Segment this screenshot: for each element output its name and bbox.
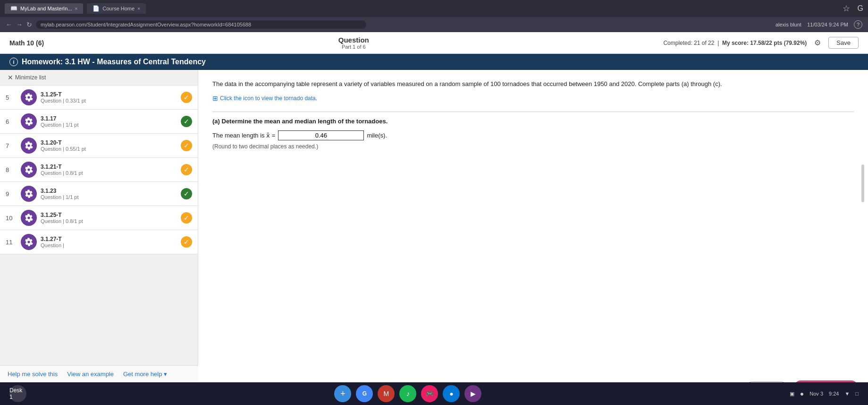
part-a-label: (a) Determine the mean and median length… xyxy=(212,118,854,125)
taskbar-app-game[interactable]: 🎮 xyxy=(421,385,438,402)
q-status-7: ✓ xyxy=(181,140,192,151)
sidebar-item-7[interactable]: 7 3.1.20-T Question | 0.55/1 pt ✓ xyxy=(0,134,198,158)
bookmark-icon[interactable]: ☆ xyxy=(843,3,850,14)
view-example-button[interactable]: View an example xyxy=(67,371,114,378)
content-panel: The data in the accompanying table repre… xyxy=(198,70,868,405)
hw-title: Homework: 3.1 HW - Measures of Central T… xyxy=(22,58,206,66)
tab-course-close[interactable]: × xyxy=(137,6,140,11)
minimize-icon: ✕ xyxy=(8,74,13,81)
sidebar-item-5[interactable]: 5 3.1.25-T Question | 0.33/1 pt ✓ xyxy=(0,86,198,110)
q-info-10: 3.1.25-T Question | 0.8/1 pt xyxy=(41,212,177,224)
user-info: alexis blunt 11/03/24 9:24 PM xyxy=(775,22,848,27)
scroll-indicator[interactable] xyxy=(861,164,864,202)
answer-suffix: mile(s). xyxy=(367,132,387,139)
q-info-11: 3.1.27-T Question | xyxy=(41,236,177,248)
data-link[interactable]: ⊞ Click the icon to view the tornado dat… xyxy=(212,95,854,102)
completed-info: Completed: 21 of 22 | My score: 17.58/22… xyxy=(663,40,807,46)
gear-icon-11 xyxy=(25,238,33,246)
mean-input[interactable] xyxy=(278,130,364,140)
taskbar-app-plus[interactable]: + xyxy=(334,385,351,402)
q-status-11: ✓ xyxy=(181,236,192,248)
q-info-6: 3.1.17 Question | 1/1 pt xyxy=(41,115,177,128)
gear-icon-9 xyxy=(25,190,33,198)
q-number-11: 11 xyxy=(6,239,17,246)
reload-button[interactable]: ↻ xyxy=(26,21,32,28)
q-status-5: ✓ xyxy=(181,92,192,103)
q-status-9: ✓ xyxy=(181,188,192,199)
forward-button[interactable]: → xyxy=(16,21,23,28)
hw-title-bar: i Homework: 3.1 HW - Measures of Central… xyxy=(0,54,868,70)
q-number-9: 9 xyxy=(6,190,17,198)
gear-icon-7 xyxy=(25,141,33,150)
q-info-7: 3.1.20-T Question | 0.55/1 pt xyxy=(41,139,177,152)
top-header: Math 10 (6) Question Part 1 of 6 Complet… xyxy=(0,32,868,54)
sidebar: ✕ Minimize list 5 3.1.25-T Question | 0.… xyxy=(0,70,198,405)
sidebar-item-8[interactable]: 8 3.1.21-T Question | 0.8/1 pt ✓ xyxy=(0,158,198,182)
help-bar: Help me solve this View an example Get m… xyxy=(0,365,198,382)
monitor-icon: ▣ xyxy=(790,391,794,397)
tab-course[interactable]: 📄 Course Home × xyxy=(87,3,146,14)
taskbar-center: + G M ♪ 🎮 ● ▶ xyxy=(334,385,481,402)
q-info-8: 3.1.21-T Question | 0.8/1 pt xyxy=(41,164,177,176)
hw-info-icon: i xyxy=(9,58,18,66)
taskbar-app-twitch[interactable]: ▶ xyxy=(464,385,481,402)
browser-chrome: 📖 MyLab and MasterIn... × 📄 Course Home … xyxy=(0,0,868,17)
sidebar-item-10[interactable]: 10 3.1.25-T Question | 0.8/1 pt ✓ xyxy=(0,206,198,230)
back-button[interactable]: ← xyxy=(6,21,12,28)
q-status-6: ✓ xyxy=(181,116,192,127)
gear-icon-10 xyxy=(25,214,33,222)
wifi-icon: ▼ xyxy=(844,391,850,396)
header-center: Question Part 1 of 6 xyxy=(338,36,369,50)
tab-mylab[interactable]: 📖 MyLab and MasterIn... × xyxy=(5,3,83,14)
taskbar-app-chrome[interactable]: G xyxy=(356,385,373,402)
taskbar-app-mail[interactable]: M xyxy=(378,385,395,402)
q-icon-10 xyxy=(21,210,37,226)
q-number-5: 5 xyxy=(6,94,17,101)
q-info-5: 3.1.25-T Question | 0.33/1 pt xyxy=(41,91,177,103)
address-bar[interactable]: mylab.pearson.com/Student/IntegratedAssi… xyxy=(36,20,366,29)
q-icon-9 xyxy=(21,186,37,202)
taskbar: Desk 1 + G M ♪ 🎮 ● ▶ ▣ ● Nov 3 9:24 ▼ □ xyxy=(0,382,868,405)
desk1-button[interactable]: Desk 1 xyxy=(9,385,26,402)
q-icon-11 xyxy=(21,234,37,250)
sidebar-item-9[interactable]: 9 3.1.23 Question | 1/1 pt ✓ xyxy=(0,182,198,206)
question-text: The data in the accompanying table repre… xyxy=(212,79,854,89)
google-icon: G xyxy=(858,4,863,13)
minimize-list-button[interactable]: ✕ Minimize list xyxy=(0,70,198,86)
question-part: Part 1 of 6 xyxy=(338,44,369,50)
taskbar-date: Nov 3 xyxy=(809,391,823,396)
table-icon: ⊞ xyxy=(212,95,218,102)
tab-mylab-label: MyLab and MasterIn... xyxy=(20,6,72,11)
tab-mylab-close[interactable]: × xyxy=(75,6,77,11)
q-number-6: 6 xyxy=(6,118,17,125)
app-container: Math 10 (6) Question Part 1 of 6 Complet… xyxy=(0,32,868,405)
q-number-8: 8 xyxy=(6,166,17,173)
score-info: My score: 17.58/22 pts (79.92%) xyxy=(722,40,807,46)
taskbar-time: 9:24 xyxy=(829,391,839,396)
main-content: ✕ Minimize list 5 3.1.25-T Question | 0.… xyxy=(0,70,868,405)
q-icon-6 xyxy=(21,113,37,129)
battery-icon: □ xyxy=(855,391,859,396)
sidebar-item-11[interactable]: 11 3.1.27-T Question | ✓ xyxy=(0,230,198,254)
q-number-7: 7 xyxy=(6,142,17,149)
q-icon-7 xyxy=(21,138,37,154)
question-label: Question xyxy=(338,36,369,44)
gear-icon-6 xyxy=(25,117,33,126)
taskbar-left: Desk 1 xyxy=(9,385,26,402)
q-info-9: 3.1.23 Question | 1/1 pt xyxy=(41,188,177,200)
browser-nav: ← → ↻ mylab.pearson.com/Student/Integrat… xyxy=(0,17,868,32)
get-more-help-button[interactable]: Get more help ▾ xyxy=(123,371,167,378)
help-me-solve-button[interactable]: Help me solve this xyxy=(8,371,58,378)
settings-icon[interactable]: ⚙ xyxy=(814,38,821,47)
save-button[interactable]: Save xyxy=(828,37,859,49)
taskbar-app-blue[interactable]: ● xyxy=(443,385,460,402)
taskbar-app-music[interactable]: ♪ xyxy=(399,385,416,402)
q-icon-5 xyxy=(21,89,37,105)
divider xyxy=(212,112,854,112)
sidebar-item-6[interactable]: 6 3.1.17 Question | 1/1 pt ✓ xyxy=(0,110,198,134)
notification-icon: ● xyxy=(800,390,804,397)
header-right: Completed: 21 of 22 | My score: 17.58/22… xyxy=(663,37,859,49)
q-number-10: 10 xyxy=(6,215,17,222)
answer-row: The mean length is x̄ = mile(s). xyxy=(212,130,854,140)
browser-help-icon[interactable]: ? xyxy=(854,20,862,29)
